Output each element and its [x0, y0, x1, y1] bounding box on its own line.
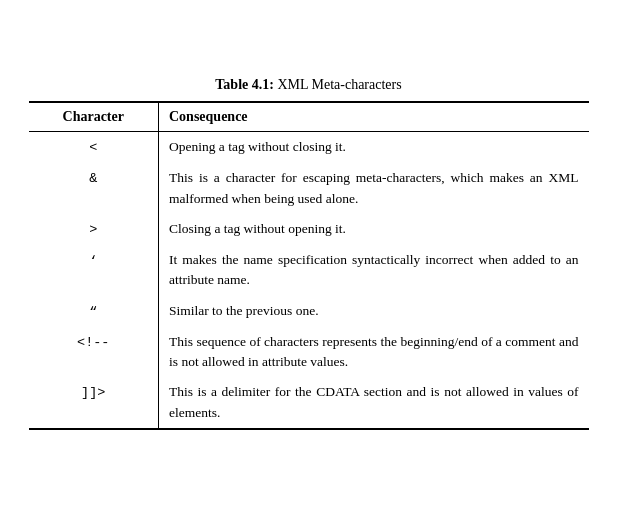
- table-row: &This is a character for escaping meta-c…: [29, 163, 589, 214]
- consequence-column-header: Consequence: [159, 102, 589, 132]
- xml-meta-characters-table: Character Consequence <Opening a tag wit…: [29, 101, 589, 430]
- character-cell: <!--: [29, 327, 159, 378]
- character-cell: ]]>: [29, 377, 159, 429]
- consequence-cell: This is a delimiter for the CDATA sectio…: [159, 377, 589, 429]
- consequence-cell: This is a character for escaping meta-ch…: [159, 163, 589, 214]
- character-column-header: Character: [29, 102, 159, 132]
- header-row: Character Consequence: [29, 102, 589, 132]
- table-row: >Closing a tag without opening it.: [29, 214, 589, 245]
- table-row: ‘It makes the name specification syntact…: [29, 245, 589, 296]
- character-cell: ‘: [29, 245, 159, 296]
- table-header: Character Consequence: [29, 102, 589, 132]
- table-row: <!--This sequence of characters represen…: [29, 327, 589, 378]
- consequence-cell: Opening a tag without closing it.: [159, 132, 589, 164]
- character-cell: <: [29, 132, 159, 164]
- consequence-cell: Closing a tag without opening it.: [159, 214, 589, 245]
- consequence-cell: This sequence of characters represents t…: [159, 327, 589, 378]
- table-row: <Opening a tag without closing it.: [29, 132, 589, 164]
- character-cell: >: [29, 214, 159, 245]
- table-title: XML Meta-characters: [274, 77, 402, 92]
- table-label: Table 4.1:: [215, 77, 274, 92]
- character-cell: “: [29, 296, 159, 327]
- table-row: “Similar to the previous one.: [29, 296, 589, 327]
- table-body: <Opening a tag without closing it.&This …: [29, 132, 589, 429]
- character-cell: &: [29, 163, 159, 214]
- table-caption: Table 4.1: XML Meta-characters: [29, 77, 589, 93]
- page-container: Table 4.1: XML Meta-characters Character…: [29, 77, 589, 430]
- consequence-cell: Similar to the previous one.: [159, 296, 589, 327]
- table-row: ]]>This is a delimiter for the CDATA sec…: [29, 377, 589, 429]
- consequence-cell: It makes the name specification syntacti…: [159, 245, 589, 296]
